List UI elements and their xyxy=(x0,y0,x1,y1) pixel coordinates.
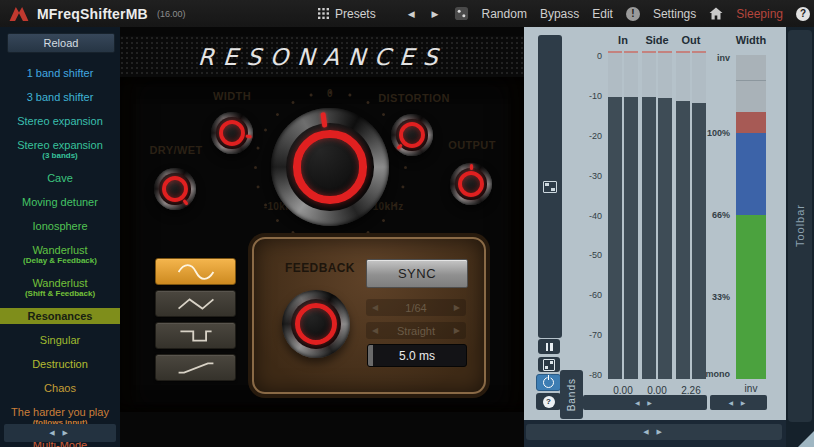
bypass-button[interactable]: Bypass xyxy=(540,7,579,21)
feedback-knob[interactable] xyxy=(282,290,350,358)
meter-track xyxy=(658,51,672,379)
panel-grip-icon xyxy=(543,181,557,193)
width-knob[interactable] xyxy=(211,112,253,154)
frequency-shift-knob[interactable] xyxy=(271,108,389,226)
preset-item[interactable]: Chaos xyxy=(0,380,120,396)
stepper-right-icon[interactable]: ▶ xyxy=(454,326,460,335)
sync-mode-stepper[interactable]: ◀ Straight ▶ xyxy=(366,322,466,339)
bands-tab-label: Bands xyxy=(566,378,577,411)
pause-button[interactable] xyxy=(538,339,560,354)
device-panel: RESONANCES DRY/WET WIDTH 0 -10kHz +10kHz… xyxy=(120,27,524,447)
feedback-section: FEEDBACK SYNC ◀ 1/64 ▶ ◀ Straight ▶ 5.0 … xyxy=(252,237,486,394)
info-icon[interactable]: ! xyxy=(626,7,640,21)
home-icon[interactable] xyxy=(709,7,723,20)
meter-panel: ? Bands 0-10-20-30-40-50-60-70-80 In0.00… xyxy=(524,27,786,420)
dry-wet-knob[interactable] xyxy=(154,168,196,210)
meter-scale: 0-10-20-30-40-50-60-70-80 xyxy=(580,51,606,379)
scale-label: -10 xyxy=(589,91,602,101)
output-knob[interactable] xyxy=(450,163,492,205)
dice-icon[interactable] xyxy=(454,6,469,21)
meter-columns: In0.00Side0.00Out2.26 xyxy=(608,51,706,379)
knob-ring xyxy=(295,303,337,345)
waveform-button-sine[interactable] xyxy=(155,258,236,285)
pause-icon xyxy=(546,343,553,351)
width-meter-scale: inv100%66%33%mono xyxy=(700,55,733,379)
meter-in: In0.00 xyxy=(608,51,638,379)
distortion-label: DISTORTION xyxy=(372,92,456,104)
sidebar-scrollbar[interactable]: ◀ ▶ xyxy=(4,424,116,442)
sleeping-status[interactable]: Sleeping xyxy=(736,7,783,21)
width-meter-segment xyxy=(736,215,766,379)
sync-button[interactable]: SYNC xyxy=(366,259,468,288)
meter-fill xyxy=(642,97,656,379)
width-scale-label: mono xyxy=(706,369,731,379)
meter-column-label: Out xyxy=(676,34,706,46)
preset-item[interactable]: Singular xyxy=(0,332,120,348)
feedback-time-value: 5.0 ms xyxy=(399,349,435,363)
preset-item[interactable]: Moving detuner xyxy=(0,194,120,210)
preset-item[interactable]: Ionosphere xyxy=(0,218,120,234)
presets-button[interactable]: Presets xyxy=(318,0,376,27)
meter-hscrollbar[interactable]: ◀ ▶ xyxy=(583,395,707,410)
width-scale-label: inv xyxy=(717,53,730,63)
plugin-window: MFreqShifterMB (16.00) Presets ◀ ▶ Rando… xyxy=(0,0,814,447)
sine-wave-icon xyxy=(173,261,219,283)
bottom-bar: ◀ ▶ xyxy=(524,420,786,447)
reload-button[interactable]: Reload xyxy=(7,33,115,53)
meter-fill xyxy=(658,98,672,379)
meter-side: Side0.00 xyxy=(642,51,672,379)
waveform-button-saw[interactable] xyxy=(155,354,236,381)
scale-label: -50 xyxy=(589,250,602,260)
meter-track xyxy=(608,51,622,379)
feedback-time-field[interactable]: 5.0 ms xyxy=(367,344,467,367)
scale-label: -20 xyxy=(589,131,602,141)
width-meter-segment xyxy=(736,133,766,215)
preset-item[interactable]: Resonances xyxy=(0,308,120,324)
preset-item[interactable]: Stereo expansion(3 bands) xyxy=(0,137,120,162)
toolbar-column: Toolbar xyxy=(786,27,814,447)
prev-preset-button[interactable]: ◀ xyxy=(406,9,417,19)
distortion-knob[interactable] xyxy=(391,114,433,156)
width-meter-value: inv xyxy=(736,383,766,394)
preset-item[interactable]: Destruction xyxy=(0,356,120,372)
device-header: RESONANCES xyxy=(120,36,524,77)
width-meter-divider xyxy=(736,80,766,81)
preset-item[interactable]: 3 band shifter xyxy=(0,89,120,105)
preset-item[interactable]: Stereo expansion xyxy=(0,113,120,129)
toolbar-tab[interactable]: Toolbar xyxy=(788,30,812,422)
width-hscrollbar[interactable]: ◀ ▶ xyxy=(710,395,767,410)
width-scale-label: 100% xyxy=(707,128,730,138)
random-button[interactable]: Random xyxy=(482,7,527,21)
stepper-left-icon[interactable]: ◀ xyxy=(372,303,378,312)
waveform-button-triangle[interactable] xyxy=(155,290,236,317)
width-scale-label: 33% xyxy=(712,292,730,302)
edit-button[interactable]: Edit xyxy=(592,7,613,21)
preset-item[interactable]: 1 band shifter xyxy=(0,65,120,81)
meter-help-button[interactable]: ? xyxy=(536,393,561,410)
settings-button[interactable]: Settings xyxy=(653,7,696,21)
scale-label: -60 xyxy=(589,290,602,300)
bottom-scrollbar[interactable]: ◀ ▶ xyxy=(526,424,782,440)
power-button[interactable] xyxy=(536,374,561,391)
preset-item[interactable]: Wanderlust(Shift & Feedback) xyxy=(0,275,120,300)
presets-grid-icon xyxy=(318,8,329,19)
help-icon[interactable]: ? xyxy=(796,7,810,21)
preset-item[interactable]: Wanderlust(Delay & Feedback) xyxy=(0,242,120,267)
meter-column-label: In xyxy=(608,34,638,46)
stepper-left-icon[interactable]: ◀ xyxy=(372,326,378,335)
sync-mode-value: Straight xyxy=(397,325,435,337)
waveform-button-square[interactable] xyxy=(155,322,236,349)
preset-list: 1 band shifter3 band shifterStereo expan… xyxy=(0,60,120,447)
titlebar: MFreqShifterMB (16.00) Presets ◀ ▶ Rando… xyxy=(0,0,814,27)
meter-track xyxy=(642,51,656,379)
waveform-selector xyxy=(155,258,236,381)
titlebar-right: ◀ ▶ Random Bypass Edit ! Settings Sleepi… xyxy=(406,0,810,27)
resize-grip[interactable] xyxy=(798,431,814,447)
knob-pointer xyxy=(263,100,396,233)
sync-rate-stepper[interactable]: ◀ 1/64 ▶ xyxy=(366,299,466,316)
layout-button[interactable] xyxy=(538,357,560,372)
stepper-right-icon[interactable]: ▶ xyxy=(454,303,460,312)
vertical-scrollbar[interactable] xyxy=(538,35,562,338)
next-preset-button[interactable]: ▶ xyxy=(430,9,441,19)
preset-item[interactable]: Cave xyxy=(0,170,120,186)
